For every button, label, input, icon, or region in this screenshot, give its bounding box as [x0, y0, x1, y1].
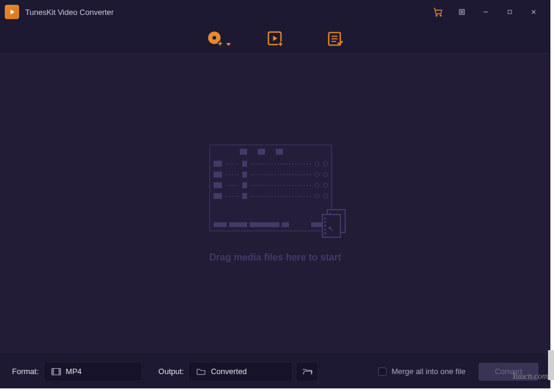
toolbar — [0, 24, 550, 54]
merge-checkbox[interactable]: Merge all into one file — [378, 367, 465, 376]
video-format-icon — [51, 368, 61, 376]
output-value: Converted — [211, 367, 246, 376]
chevron-down-icon — [226, 43, 231, 46]
maximize-button[interactable] — [498, 0, 522, 24]
cart-button[interactable] — [426, 0, 450, 24]
window-title: TunesKit Video Converter — [25, 8, 426, 17]
output-path-field[interactable]: Converted — [190, 363, 291, 380]
drop-zone[interactable]: ↖ Drag media files here to start — [0, 54, 550, 354]
drop-hint-text: Drag media files here to start — [209, 252, 342, 263]
add-video-button[interactable] — [266, 29, 285, 48]
task-list-button[interactable] — [325, 29, 345, 48]
close-button[interactable] — [522, 0, 546, 24]
checkbox-box — [378, 368, 386, 376]
drop-illustration: ↖ — [209, 145, 341, 234]
merge-label: Merge all into one file — [391, 367, 465, 376]
watermark: Yuucn.com — [512, 372, 548, 381]
output-label: Output: — [159, 367, 184, 376]
folder-icon — [196, 368, 206, 376]
svg-point-0 — [436, 15, 437, 16]
svg-point-11 — [212, 36, 216, 39]
app-logo-icon — [5, 5, 19, 19]
load-disc-button[interactable] — [206, 29, 225, 48]
svg-rect-7 — [508, 10, 512, 14]
minimize-button[interactable] — [474, 0, 498, 24]
resize-handle[interactable] — [548, 350, 554, 380]
format-label: Format: — [12, 367, 39, 376]
menu-button[interactable] — [450, 0, 474, 24]
svg-point-1 — [440, 15, 441, 16]
browse-output-button[interactable] — [297, 363, 316, 380]
format-selector[interactable]: MP4 — [45, 363, 141, 380]
format-value: MP4 — [66, 367, 82, 376]
titlebar: TunesKit Video Converter — [0, 0, 550, 24]
bottom-bar: Format: MP4 Output: Converted Merge all … — [0, 354, 550, 388]
